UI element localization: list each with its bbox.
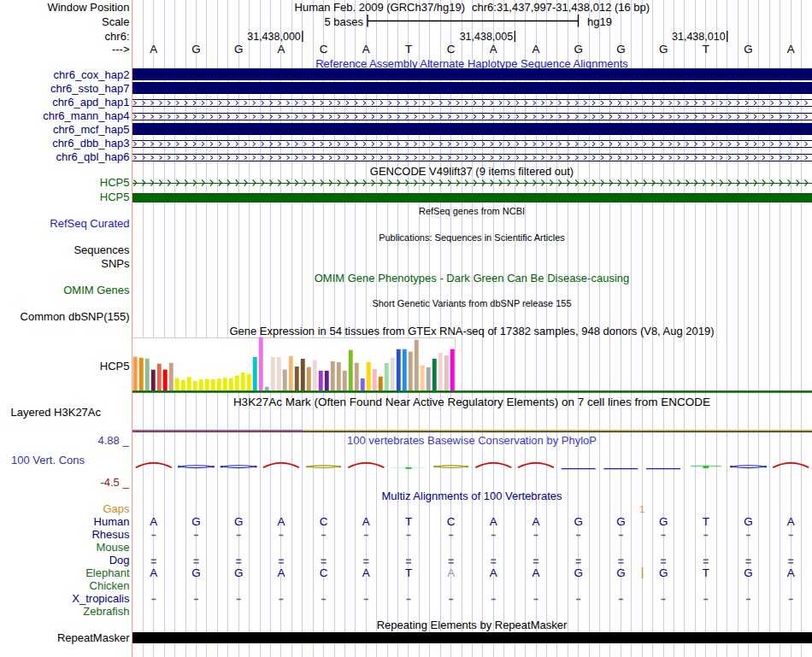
svg-text:G: G bbox=[191, 566, 200, 579]
svg-text:A: A bbox=[277, 43, 285, 56]
svg-text:31,438,000: 31,438,000 bbox=[247, 31, 301, 43]
svg-text:A: A bbox=[533, 515, 540, 528]
svg-text:T: T bbox=[405, 515, 412, 528]
svg-text:G: G bbox=[659, 43, 668, 56]
svg-text:G: G bbox=[744, 515, 752, 528]
svg-text:G: G bbox=[234, 43, 243, 56]
svg-text:Zebrafish: Zebrafish bbox=[83, 605, 129, 618]
svg-text:SNPs: SNPs bbox=[101, 257, 130, 270]
svg-text:HCP5: HCP5 bbox=[100, 360, 130, 372]
svg-text:G: G bbox=[616, 43, 625, 56]
svg-text:Window Position: Window Position bbox=[47, 1, 129, 14]
svg-text:Human: Human bbox=[94, 515, 130, 528]
svg-text:1: 1 bbox=[639, 504, 644, 514]
svg-text:GENCODE V49lift37 (9 items fil: GENCODE V49lift37 (9 items filtered out) bbox=[370, 165, 574, 178]
svg-text:A: A bbox=[150, 566, 157, 579]
svg-text:A: A bbox=[490, 566, 497, 579]
svg-text:Scale: Scale bbox=[102, 15, 130, 28]
svg-text:chr6_apd_hap1: chr6_apd_hap1 bbox=[52, 96, 129, 109]
svg-text:Human Feb. 2009 (GRCh37/hg19): Human Feb. 2009 (GRCh37/hg19) bbox=[295, 1, 465, 14]
svg-text:C: C bbox=[320, 515, 328, 528]
svg-text:OMIM Genes: OMIM Genes bbox=[63, 284, 130, 296]
svg-text:A: A bbox=[533, 43, 540, 56]
svg-text:G: G bbox=[659, 515, 668, 528]
svg-text:A: A bbox=[362, 515, 370, 528]
svg-text:H3K27Ac Mark (Often Found Near: H3K27Ac Mark (Often Found Near Active Re… bbox=[233, 396, 710, 408]
svg-text:chr6:: chr6: bbox=[105, 30, 130, 43]
svg-text:G: G bbox=[191, 515, 200, 528]
svg-text:RepeatMasker: RepeatMasker bbox=[57, 631, 130, 644]
svg-text:A: A bbox=[533, 566, 540, 579]
svg-text:RefSeq genes from NCBI: RefSeq genes from NCBI bbox=[419, 206, 525, 216]
svg-text:chr6_mann_hap4: chr6_mann_hap4 bbox=[43, 109, 129, 122]
svg-text:chr6_cox_hap2: chr6_cox_hap2 bbox=[54, 68, 130, 81]
svg-text:OMIM Gene Phenotypes - Dark Gr: OMIM Gene Phenotypes - Dark Green Can Be… bbox=[315, 272, 630, 285]
svg-text:C: C bbox=[320, 43, 328, 56]
svg-text:A: A bbox=[787, 515, 795, 528]
svg-text:A: A bbox=[787, 566, 795, 579]
svg-text:A: A bbox=[787, 43, 795, 56]
svg-text:G: G bbox=[744, 43, 752, 56]
svg-text:Repeating Elements by RepeatMa: Repeating Elements by RepeatMasker bbox=[377, 619, 568, 631]
svg-text:A: A bbox=[490, 515, 497, 528]
svg-text:Reference Assembly Alternate H: Reference Assembly Alternate Haplotype S… bbox=[315, 57, 628, 70]
svg-text:-4.5 _: -4.5 _ bbox=[100, 476, 129, 489]
svg-text:A: A bbox=[150, 515, 157, 528]
svg-text:Common dbSNP(155): Common dbSNP(155) bbox=[21, 310, 130, 323]
svg-text:T: T bbox=[405, 566, 412, 579]
svg-text:31,438,005: 31,438,005 bbox=[460, 31, 514, 43]
svg-text:A: A bbox=[150, 43, 157, 56]
svg-text:Rhesus: Rhesus bbox=[91, 528, 130, 541]
svg-text:G: G bbox=[616, 566, 625, 579]
svg-text:T: T bbox=[703, 515, 709, 528]
svg-text:HCP5: HCP5 bbox=[100, 176, 130, 189]
svg-text:Mouse: Mouse bbox=[96, 541, 129, 554]
svg-text:A: A bbox=[362, 43, 370, 56]
svg-text:Publications: Sequences in Sci: Publications: Sequences in Scientific Ar… bbox=[379, 232, 565, 243]
svg-text:chr6_mcf_hap5: chr6_mcf_hap5 bbox=[53, 123, 130, 136]
svg-text:X_tropicalis: X_tropicalis bbox=[72, 592, 130, 605]
svg-text:G: G bbox=[234, 566, 243, 579]
svg-text:hg19: hg19 bbox=[587, 15, 612, 28]
svg-text:Dog: Dog bbox=[109, 554, 130, 566]
svg-text:chr6_dbb_hap3: chr6_dbb_hap3 bbox=[52, 137, 129, 150]
svg-text:5 bases: 5 bases bbox=[324, 15, 363, 28]
svg-text:Short Genetic Variants from db: Short Genetic Variants from dbSNP releas… bbox=[372, 298, 571, 308]
svg-text:31,438,010: 31,438,010 bbox=[672, 31, 726, 43]
svg-text:RefSeq Curated: RefSeq Curated bbox=[50, 217, 129, 230]
svg-text:Sequences: Sequences bbox=[74, 243, 130, 256]
svg-text:chr6_ssto_hap7: chr6_ssto_hap7 bbox=[50, 82, 130, 95]
svg-text:G: G bbox=[659, 566, 668, 579]
svg-text:G: G bbox=[234, 515, 243, 528]
svg-text:G: G bbox=[574, 515, 582, 528]
svg-text:4.88 _: 4.88 _ bbox=[98, 434, 130, 447]
svg-text:G: G bbox=[191, 43, 200, 56]
svg-text:A: A bbox=[490, 43, 497, 56]
svg-text:T: T bbox=[405, 43, 412, 56]
svg-text:G: G bbox=[616, 515, 625, 528]
svg-text:100 Vert. Cons: 100 Vert. Cons bbox=[11, 454, 85, 466]
svg-text:C: C bbox=[447, 43, 456, 56]
svg-text:C: C bbox=[320, 566, 328, 579]
svg-text:C: C bbox=[447, 515, 456, 528]
svg-text:--->: ---> bbox=[112, 43, 130, 56]
svg-text:Gaps: Gaps bbox=[103, 502, 130, 515]
svg-text:G: G bbox=[744, 566, 752, 579]
svg-text:Layered H3K27Ac: Layered H3K27Ac bbox=[11, 406, 102, 419]
svg-text:A: A bbox=[447, 566, 455, 579]
svg-text:G: G bbox=[574, 566, 582, 579]
svg-text:A: A bbox=[277, 566, 285, 579]
svg-text:Chicken: Chicken bbox=[90, 579, 130, 592]
svg-text:Elephant: Elephant bbox=[85, 566, 130, 579]
svg-text:chr6:31,437,997-31,438,012 (16: chr6:31,437,997-31,438,012 (16 bp) bbox=[472, 1, 650, 14]
svg-text:HCP5: HCP5 bbox=[100, 191, 130, 203]
svg-text:chr6_qbl_hap6: chr6_qbl_hap6 bbox=[56, 150, 129, 163]
svg-text:G: G bbox=[574, 43, 582, 56]
svg-text:T: T bbox=[703, 43, 709, 56]
svg-text:A: A bbox=[277, 515, 285, 528]
svg-text:Gene Expression in 54 tissues: Gene Expression in 54 tissues from GTEx … bbox=[229, 325, 714, 337]
svg-text:100 vertebrates Basewise Conse: 100 vertebrates Basewise Conservation by… bbox=[347, 434, 597, 447]
svg-text:Multiz Alignments of 100 Verte: Multiz Alignments of 100 Vertebrates bbox=[381, 490, 562, 502]
svg-text:A: A bbox=[362, 566, 370, 579]
svg-text:T: T bbox=[703, 566, 709, 579]
